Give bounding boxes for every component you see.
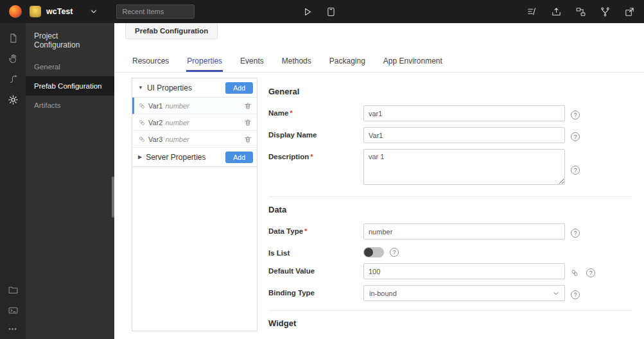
project-avatar[interactable] [30, 6, 41, 17]
activity-log-button[interactable] [527, 6, 537, 17]
rail-item-project[interactable] [8, 33, 19, 44]
tab-packaging[interactable]: Packaging [329, 56, 366, 72]
activity-log-icon [527, 6, 537, 17]
branch-button[interactable] [600, 6, 611, 17]
project-switcher-chevron[interactable] [89, 7, 98, 16]
display-name-input[interactable] [363, 127, 565, 143]
link-icon [139, 103, 145, 109]
binding-type-value: in-bound [369, 290, 397, 297]
rail-item-apis[interactable] [8, 74, 19, 85]
fork-icon [600, 6, 611, 17]
help-icon[interactable]: ? [571, 110, 580, 119]
tab-properties[interactable]: Properties [186, 56, 223, 72]
recent-items-input[interactable] [116, 4, 195, 19]
field-row-description: Description* var 1 ? [268, 149, 632, 187]
help-icon[interactable]: ? [586, 268, 595, 277]
add-server-property-button[interactable]: Add [225, 152, 253, 163]
sidenav-item-general[interactable]: General [26, 57, 114, 76]
field-row-name: Name* ? [268, 105, 632, 121]
hand-icon [8, 53, 19, 64]
chevron-down-icon [89, 7, 98, 16]
section-divider [268, 310, 632, 311]
rail-item-design[interactable] [8, 53, 19, 64]
icon-rail: ••• [0, 23, 26, 339]
device-icon [326, 6, 336, 17]
connect-button[interactable] [575, 6, 586, 17]
preview-button[interactable] [326, 6, 336, 17]
property-item-var1[interactable]: Var1 number [132, 98, 257, 114]
is-list-toggle[interactable] [363, 247, 384, 257]
project-name[interactable]: wcTest [46, 7, 73, 16]
help-icon[interactable]: ? [571, 166, 580, 175]
add-ui-property-button[interactable]: Add [225, 82, 253, 94]
trash-icon [244, 119, 252, 126]
binding-type-select[interactable]: in-bound [363, 285, 565, 301]
bind-value-button[interactable] [571, 269, 579, 277]
name-input[interactable] [363, 105, 565, 121]
sidenav-item-artifacts[interactable]: Artifacts [26, 96, 114, 115]
collapse-triangle-icon: ▼ [138, 85, 143, 91]
gear-icon [8, 94, 19, 105]
field-label: Binding Type [268, 285, 363, 301]
field-label: Description* [268, 149, 363, 187]
sidenav-header: Project Configuration [26, 23, 114, 57]
deploy-icon [551, 6, 562, 17]
property-name: Var2 [148, 119, 162, 126]
property-type: number [165, 119, 189, 126]
field-label: Name* [268, 105, 363, 121]
delete-property-button[interactable] [244, 135, 252, 143]
expand-triangle-icon: ▶ [138, 154, 142, 160]
sidenav-item-prefab-configuration[interactable]: Prefab Configuration [26, 76, 114, 96]
help-icon[interactable]: ? [390, 248, 399, 257]
run-button[interactable] [302, 6, 313, 17]
section-divider [268, 196, 632, 197]
api-icon [8, 74, 19, 85]
help-icon[interactable]: ? [571, 229, 580, 238]
rail-item-files[interactable] [8, 284, 19, 295]
field-row-binding-type: Binding Type in-bound ? [268, 285, 632, 301]
required-marker: * [310, 153, 313, 161]
export-button[interactable] [624, 6, 635, 17]
default-value-input[interactable] [363, 263, 565, 279]
description-textarea[interactable]: var 1 [363, 149, 565, 185]
tab-bar: Resources Properties Events Methods Pack… [114, 56, 644, 73]
required-marker: * [304, 227, 307, 235]
field-label: Is List [268, 245, 363, 257]
app-logo [9, 5, 22, 18]
section-title-widget: Widget [268, 318, 632, 328]
rail-item-more[interactable]: ••• [8, 326, 17, 333]
property-item-var3[interactable]: Var3 number [132, 131, 257, 148]
help-icon[interactable]: ? [571, 132, 580, 141]
field-label: Default Value [268, 263, 363, 279]
config-sidenav: Project Configuration General Prefab Con… [26, 23, 114, 339]
topbar-right-actions [527, 6, 635, 17]
page-tab-prefab-configuration[interactable]: Prefab Configuration [125, 23, 218, 39]
field-row-default-value: Default Value ? [268, 263, 632, 279]
data-type-input[interactable] [363, 223, 565, 239]
trash-icon [244, 135, 252, 143]
tab-app-environment[interactable]: App Environment [383, 56, 443, 72]
rail-item-console[interactable] [8, 305, 19, 316]
content-area: ▼ UI Properties Add Var1 number [114, 73, 644, 339]
tab-events[interactable]: Events [239, 56, 265, 72]
property-name: Var3 [148, 135, 162, 143]
property-item-var2[interactable]: Var2 number [132, 114, 257, 131]
server-properties-group-label[interactable]: Server Properties [146, 153, 225, 162]
delete-property-button[interactable] [244, 102, 252, 110]
page-tab-strip: Prefab Configuration [114, 23, 644, 40]
tab-resources[interactable]: Resources [132, 56, 170, 72]
required-marker: * [290, 109, 292, 117]
deploy-button[interactable] [551, 6, 562, 17]
tab-methods[interactable]: Methods [281, 56, 312, 72]
delete-property-button[interactable] [244, 119, 252, 126]
property-type: number [165, 102, 189, 110]
help-icon[interactable]: ? [571, 290, 580, 299]
play-icon [302, 6, 313, 17]
property-form: General Name* ? Display Name ? Descripti… [268, 78, 632, 331]
rail-item-settings[interactable] [8, 94, 19, 105]
file-icon [8, 33, 19, 44]
toggle-knob [364, 248, 373, 257]
ui-properties-group-label[interactable]: UI Properties [147, 83, 225, 92]
section-title-general: General [268, 87, 632, 96]
ui-properties-group-header: ▼ UI Properties Add [132, 78, 257, 98]
